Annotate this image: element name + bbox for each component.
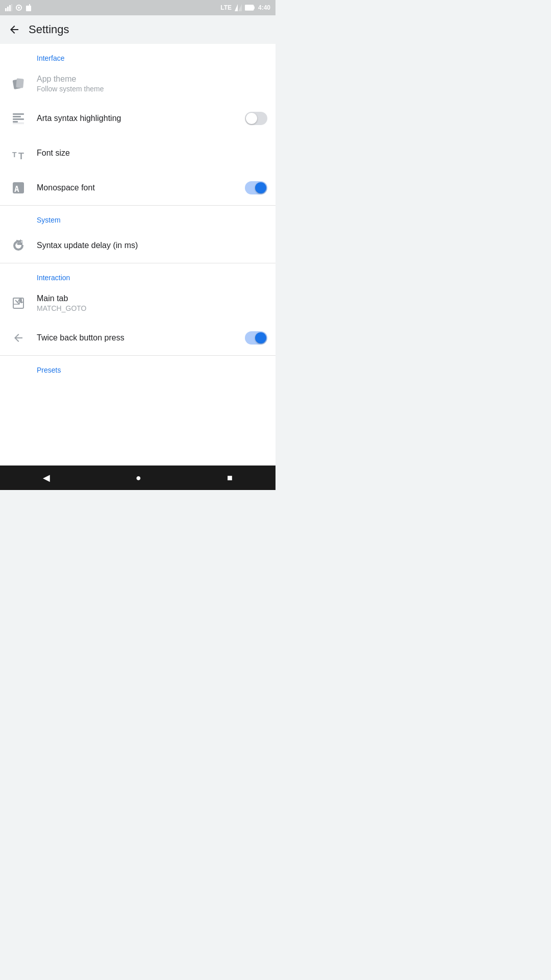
svg-rect-6 — [26, 6, 31, 11]
signal-strength-icon — [235, 4, 242, 11]
nav-home-button[interactable]: ● — [123, 469, 154, 487]
section-header-system: System — [0, 206, 276, 228]
font-size-text: Font size — [37, 149, 267, 158]
font-size-title: Font size — [37, 149, 267, 158]
app-theme-title: App theme — [37, 75, 267, 84]
theme-icon — [8, 74, 29, 94]
syntax-delay-title: Syntax update delay (in ms) — [37, 241, 267, 250]
svg-rect-16 — [13, 118, 24, 120]
svg-rect-19 — [13, 124, 24, 124]
setting-item-app-theme[interactable]: App theme Follow system theme — [0, 66, 276, 101]
section-header-presets: Presets — [0, 356, 276, 378]
section-presets: Presets — [0, 356, 276, 378]
svg-rect-13 — [16, 78, 24, 88]
section-interface: Interface App theme Follow system theme — [0, 44, 276, 205]
section-header-interaction: Interaction — [0, 263, 276, 286]
arta-syntax-text: Arta syntax highlighting — [37, 114, 237, 123]
section-header-interface: Interface — [0, 44, 276, 66]
twice-back-text: Twice back button press — [37, 333, 237, 342]
sd-card-icon — [26, 4, 32, 11]
setting-item-twice-back[interactable]: Twice back button press — [0, 321, 276, 355]
main-tab-subtitle: MATCH_GOTO — [37, 304, 267, 312]
app-bar: Settings — [0, 15, 276, 44]
svg-rect-2 — [9, 5, 11, 11]
svg-marker-9 — [238, 4, 242, 11]
page-title: Settings — [29, 23, 69, 36]
syntax-delay-text: Syntax update delay (in ms) — [37, 241, 267, 250]
svg-marker-7 — [26, 4, 30, 6]
refresh-icon — [8, 235, 29, 256]
setting-item-main-tab[interactable]: Main tab MATCH_GOTO — [0, 286, 276, 321]
svg-point-5 — [18, 7, 20, 9]
svg-text:A: A — [14, 184, 19, 194]
monospace-icon: A — [8, 178, 29, 198]
app-theme-text: App theme Follow system theme — [37, 75, 267, 93]
setting-item-syntax-delay[interactable]: Syntax update delay (in ms) — [0, 228, 276, 263]
nav-recent-button[interactable]: ■ — [215, 469, 245, 487]
settings-content: Interface App theme Follow system theme — [0, 44, 276, 465]
monospace-font-toggle[interactable] — [245, 181, 267, 194]
nav-back-button[interactable]: ◀ — [31, 468, 62, 487]
svg-rect-3 — [11, 4, 12, 11]
setting-item-monospace-font[interactable]: A Monospace font — [0, 170, 276, 205]
back-button[interactable] — [8, 23, 20, 36]
svg-rect-0 — [5, 8, 7, 11]
svg-rect-18 — [13, 122, 24, 123]
section-interaction: Interaction Main tab MATCH_GOTO — [0, 263, 276, 355]
back-icon — [8, 328, 29, 348]
svg-rect-10 — [245, 5, 254, 10]
section-system: System Syntax update delay (in ms) — [0, 206, 276, 263]
svg-text:T: T — [12, 151, 17, 159]
svg-rect-15 — [13, 116, 21, 117]
arta-syntax-title: Arta syntax highlighting — [37, 114, 237, 123]
twice-back-title: Twice back button press — [37, 333, 237, 342]
arta-syntax-toggle[interactable] — [245, 112, 267, 125]
monospace-font-title: Monospace font — [37, 183, 237, 192]
setting-item-font-size[interactable]: T T Font size — [0, 136, 276, 170]
svg-rect-17 — [13, 121, 18, 122]
lte-label: LTE — [220, 4, 232, 11]
status-left — [5, 4, 32, 11]
signal-bars-icon — [5, 4, 12, 11]
main-tab-text: Main tab MATCH_GOTO — [37, 294, 267, 312]
svg-marker-8 — [235, 4, 238, 11]
setting-item-arta-syntax[interactable]: Arta syntax highlighting — [0, 101, 276, 136]
svg-text:T: T — [18, 151, 24, 160]
time-display: 4:40 — [258, 4, 270, 11]
twice-back-toggle[interactable] — [245, 331, 267, 345]
monospace-font-text: Monospace font — [37, 183, 237, 192]
status-right: LTE 4:40 — [220, 4, 270, 11]
svg-rect-11 — [254, 7, 255, 9]
battery-icon — [245, 5, 255, 11]
app-theme-subtitle: Follow system theme — [37, 85, 267, 93]
font-size-icon: T T — [8, 143, 29, 163]
main-tab-title: Main tab — [37, 294, 267, 303]
syntax-icon — [8, 108, 29, 129]
nav-bar: ◀ ● ■ — [0, 465, 276, 490]
tab-icon — [8, 293, 29, 313]
svg-rect-14 — [13, 113, 24, 115]
sync-icon — [15, 4, 22, 11]
status-bar: LTE 4:40 — [0, 0, 276, 15]
svg-rect-1 — [7, 7, 9, 11]
